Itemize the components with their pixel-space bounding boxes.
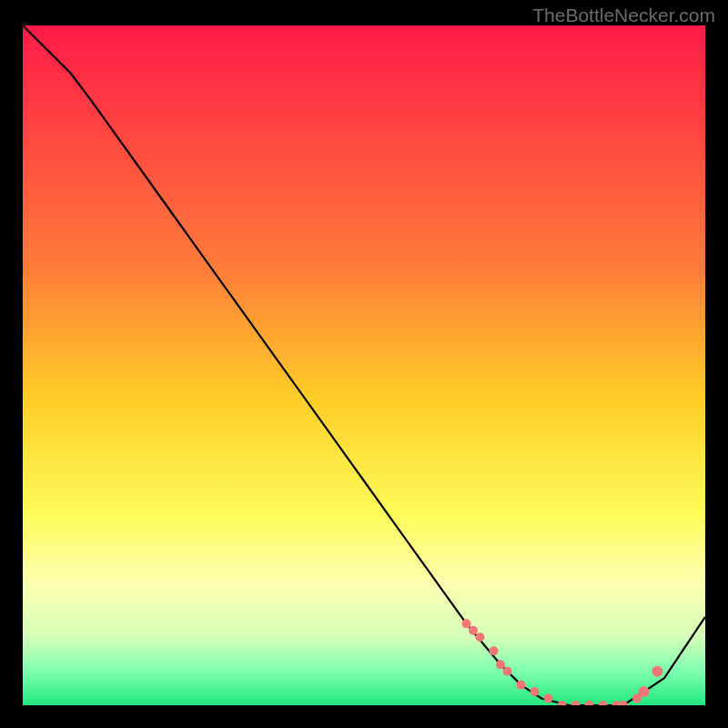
data-marker <box>517 681 526 690</box>
gradient-background <box>23 25 705 705</box>
chart-frame: TheBottleNecker.com <box>0 0 728 728</box>
data-marker <box>476 632 485 642</box>
watermark-text: TheBottleNecker.com <box>532 5 715 26</box>
plot-area <box>23 25 705 705</box>
data-marker <box>496 660 505 669</box>
chart-svg <box>23 25 705 705</box>
data-marker <box>462 619 471 628</box>
data-marker <box>652 666 663 677</box>
data-marker <box>639 686 650 697</box>
data-marker <box>503 667 512 676</box>
data-marker <box>544 694 553 703</box>
data-marker <box>531 687 540 696</box>
data-marker <box>469 626 478 635</box>
data-marker <box>490 646 499 655</box>
